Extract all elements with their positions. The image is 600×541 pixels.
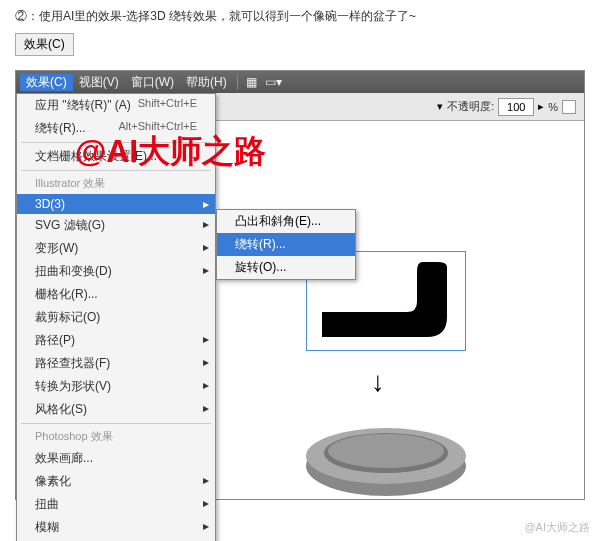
menu-pathfinder[interactable]: 路径查找器(F)▸ xyxy=(17,352,215,375)
menu-view[interactable]: 视图(V) xyxy=(73,74,125,91)
instruction-text: ②：使用AI里的效果-选择3D 绕转效果，就可以得到一个像碗一样的盆子了~ xyxy=(0,0,600,29)
menu-apply-last[interactable]: 应用 "绕转(R)" (A)Shift+Ctrl+E xyxy=(17,94,215,117)
menu-distort[interactable]: 扭曲和变换(D)▸ xyxy=(17,260,215,283)
canvas: ↓ xyxy=(226,131,584,499)
section-photoshop: Photoshop 效果 xyxy=(17,426,215,447)
menu-effect[interactable]: 效果(C) xyxy=(20,74,73,91)
menu-convert-shape[interactable]: 转换为形状(V)▸ xyxy=(17,375,215,398)
menu-pixelate[interactable]: 像素化▸ xyxy=(17,470,215,493)
submenu-rotate[interactable]: 旋转(O)... xyxy=(217,256,355,279)
section-illustrator: Illustrator 效果 xyxy=(17,173,215,194)
menu-3d[interactable]: 3D(3)▸ xyxy=(17,194,215,214)
arrow-down-icon: ↓ xyxy=(371,366,385,398)
menu-warp[interactable]: 变形(W)▸ xyxy=(17,237,215,260)
menu-distort-ps[interactable]: 扭曲▸ xyxy=(17,493,215,516)
effect-button[interactable]: 效果(C) xyxy=(15,33,74,56)
opacity-input[interactable] xyxy=(498,98,534,116)
arrange-icon[interactable]: ▭▾ xyxy=(261,75,286,89)
submenu-arrow-icon: ▸ xyxy=(203,197,209,211)
menu-gallery[interactable]: 效果画廊... xyxy=(17,447,215,470)
opacity-dropdown-icon[interactable]: ▾ xyxy=(437,100,443,113)
menu-window[interactable]: 窗口(W) xyxy=(125,74,180,91)
menu-rasterize[interactable]: 栅格化(R)... xyxy=(17,283,215,306)
svg-point-3 xyxy=(328,434,444,468)
menu-stylize-ai[interactable]: 风格化(S)▸ xyxy=(17,398,215,421)
menubar: 效果(C) 视图(V) 窗口(W) 帮助(H) ▦ ▭▾ xyxy=(16,71,584,93)
menu-path[interactable]: 路径(P)▸ xyxy=(17,329,215,352)
menu-doc-raster[interactable]: 文档栅格效果设置(E)... xyxy=(17,145,215,168)
menu-cropmarks[interactable]: 裁剪标记(O) xyxy=(17,306,215,329)
menu-svg-filters[interactable]: SVG 滤镜(G)▸ xyxy=(17,214,215,237)
submenu-3d: 凸出和斜角(E)... 绕转(R)... 旋转(O)... xyxy=(216,209,356,280)
opacity-label: 不透明度: xyxy=(447,99,494,114)
menu-help[interactable]: 帮助(H) xyxy=(180,74,233,91)
menu-revolve-again[interactable]: 绕转(R)...Alt+Shift+Ctrl+E xyxy=(17,117,215,140)
submenu-revolve[interactable]: 绕转(R)... xyxy=(217,233,355,256)
opacity-arrow-icon[interactable]: ▸ xyxy=(538,100,544,113)
credit-text: @AI大师之路 xyxy=(524,520,590,535)
bowl-result xyxy=(296,411,476,501)
effect-menu-dropdown: 应用 "绕转(R)" (A)Shift+Ctrl+E 绕转(R)...Alt+S… xyxy=(16,93,216,541)
bridge-icon[interactable]: ▦ xyxy=(242,75,261,89)
menu-blur[interactable]: 模糊▸ xyxy=(17,516,215,539)
submenu-extrude[interactable]: 凸出和斜角(E)... xyxy=(217,210,355,233)
percent-label: % xyxy=(548,101,558,113)
style-icon[interactable] xyxy=(562,100,576,114)
illustrator-window: 效果(C) 视图(V) 窗口(W) 帮助(H) ▦ ▭▾ ▾ 不透明度: ▸ %… xyxy=(15,70,585,500)
